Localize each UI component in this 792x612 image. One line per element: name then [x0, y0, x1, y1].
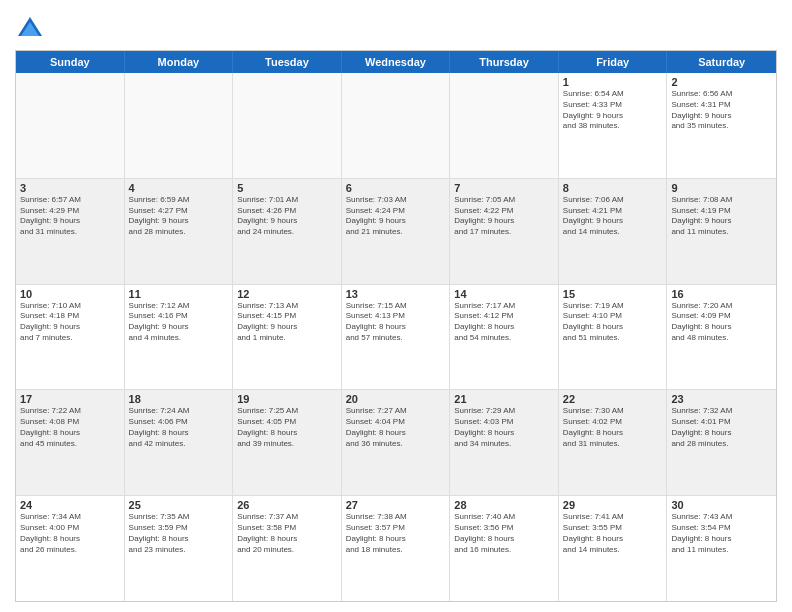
day-number: 18: [129, 393, 229, 405]
cell-info: Sunrise: 7:25 AM Sunset: 4:05 PM Dayligh…: [237, 406, 337, 449]
day-number: 5: [237, 182, 337, 194]
cell-info: Sunrise: 7:13 AM Sunset: 4:15 PM Dayligh…: [237, 301, 337, 344]
calendar-cell: 28Sunrise: 7:40 AM Sunset: 3:56 PM Dayli…: [450, 496, 559, 601]
header-day-wednesday: Wednesday: [342, 51, 451, 73]
day-number: 30: [671, 499, 772, 511]
cell-info: Sunrise: 7:20 AM Sunset: 4:09 PM Dayligh…: [671, 301, 772, 344]
day-number: 11: [129, 288, 229, 300]
calendar-cell: 4Sunrise: 6:59 AM Sunset: 4:27 PM Daylig…: [125, 179, 234, 284]
calendar-cell: [450, 73, 559, 178]
calendar-cell: 17Sunrise: 7:22 AM Sunset: 4:08 PM Dayli…: [16, 390, 125, 495]
calendar-row-1: 3Sunrise: 6:57 AM Sunset: 4:29 PM Daylig…: [16, 179, 776, 285]
calendar-cell: 13Sunrise: 7:15 AM Sunset: 4:13 PM Dayli…: [342, 285, 451, 390]
calendar-cell: 18Sunrise: 7:24 AM Sunset: 4:06 PM Dayli…: [125, 390, 234, 495]
calendar-cell: 16Sunrise: 7:20 AM Sunset: 4:09 PM Dayli…: [667, 285, 776, 390]
calendar-cell: 6Sunrise: 7:03 AM Sunset: 4:24 PM Daylig…: [342, 179, 451, 284]
calendar-cell: 21Sunrise: 7:29 AM Sunset: 4:03 PM Dayli…: [450, 390, 559, 495]
day-number: 23: [671, 393, 772, 405]
calendar-cell: 5Sunrise: 7:01 AM Sunset: 4:26 PM Daylig…: [233, 179, 342, 284]
calendar-cell: 9Sunrise: 7:08 AM Sunset: 4:19 PM Daylig…: [667, 179, 776, 284]
cell-info: Sunrise: 7:41 AM Sunset: 3:55 PM Dayligh…: [563, 512, 663, 555]
cell-info: Sunrise: 7:32 AM Sunset: 4:01 PM Dayligh…: [671, 406, 772, 449]
day-number: 28: [454, 499, 554, 511]
calendar-cell: 2Sunrise: 6:56 AM Sunset: 4:31 PM Daylig…: [667, 73, 776, 178]
calendar-cell: 12Sunrise: 7:13 AM Sunset: 4:15 PM Dayli…: [233, 285, 342, 390]
calendar-cell: 7Sunrise: 7:05 AM Sunset: 4:22 PM Daylig…: [450, 179, 559, 284]
day-number: 17: [20, 393, 120, 405]
day-number: 9: [671, 182, 772, 194]
calendar-cell: 24Sunrise: 7:34 AM Sunset: 4:00 PM Dayli…: [16, 496, 125, 601]
cell-info: Sunrise: 7:15 AM Sunset: 4:13 PM Dayligh…: [346, 301, 446, 344]
cell-info: Sunrise: 6:59 AM Sunset: 4:27 PM Dayligh…: [129, 195, 229, 238]
header-day-saturday: Saturday: [667, 51, 776, 73]
calendar-header: SundayMondayTuesdayWednesdayThursdayFrid…: [16, 51, 776, 73]
cell-info: Sunrise: 7:19 AM Sunset: 4:10 PM Dayligh…: [563, 301, 663, 344]
calendar: SundayMondayTuesdayWednesdayThursdayFrid…: [15, 50, 777, 602]
calendar-cell: 25Sunrise: 7:35 AM Sunset: 3:59 PM Dayli…: [125, 496, 234, 601]
calendar-row-0: 1Sunrise: 6:54 AM Sunset: 4:33 PM Daylig…: [16, 73, 776, 179]
day-number: 6: [346, 182, 446, 194]
calendar-cell: [233, 73, 342, 178]
day-number: 29: [563, 499, 663, 511]
cell-info: Sunrise: 7:35 AM Sunset: 3:59 PM Dayligh…: [129, 512, 229, 555]
day-number: 8: [563, 182, 663, 194]
calendar-cell: 30Sunrise: 7:43 AM Sunset: 3:54 PM Dayli…: [667, 496, 776, 601]
cell-info: Sunrise: 7:43 AM Sunset: 3:54 PM Dayligh…: [671, 512, 772, 555]
day-number: 19: [237, 393, 337, 405]
calendar-row-4: 24Sunrise: 7:34 AM Sunset: 4:00 PM Dayli…: [16, 496, 776, 601]
calendar-cell: 1Sunrise: 6:54 AM Sunset: 4:33 PM Daylig…: [559, 73, 668, 178]
cell-info: Sunrise: 7:06 AM Sunset: 4:21 PM Dayligh…: [563, 195, 663, 238]
calendar-cell: 29Sunrise: 7:41 AM Sunset: 3:55 PM Dayli…: [559, 496, 668, 601]
cell-info: Sunrise: 7:38 AM Sunset: 3:57 PM Dayligh…: [346, 512, 446, 555]
cell-info: Sunrise: 7:17 AM Sunset: 4:12 PM Dayligh…: [454, 301, 554, 344]
cell-info: Sunrise: 7:10 AM Sunset: 4:18 PM Dayligh…: [20, 301, 120, 344]
cell-info: Sunrise: 6:54 AM Sunset: 4:33 PM Dayligh…: [563, 89, 663, 132]
cell-info: Sunrise: 7:29 AM Sunset: 4:03 PM Dayligh…: [454, 406, 554, 449]
calendar-cell: 11Sunrise: 7:12 AM Sunset: 4:16 PM Dayli…: [125, 285, 234, 390]
day-number: 1: [563, 76, 663, 88]
calendar-cell: 15Sunrise: 7:19 AM Sunset: 4:10 PM Dayli…: [559, 285, 668, 390]
day-number: 10: [20, 288, 120, 300]
cell-info: Sunrise: 7:05 AM Sunset: 4:22 PM Dayligh…: [454, 195, 554, 238]
day-number: 7: [454, 182, 554, 194]
day-number: 12: [237, 288, 337, 300]
calendar-cell: 14Sunrise: 7:17 AM Sunset: 4:12 PM Dayli…: [450, 285, 559, 390]
cell-info: Sunrise: 7:01 AM Sunset: 4:26 PM Dayligh…: [237, 195, 337, 238]
calendar-cell: 27Sunrise: 7:38 AM Sunset: 3:57 PM Dayli…: [342, 496, 451, 601]
day-number: 27: [346, 499, 446, 511]
cell-info: Sunrise: 7:30 AM Sunset: 4:02 PM Dayligh…: [563, 406, 663, 449]
day-number: 4: [129, 182, 229, 194]
day-number: 21: [454, 393, 554, 405]
day-number: 25: [129, 499, 229, 511]
day-number: 20: [346, 393, 446, 405]
calendar-body: 1Sunrise: 6:54 AM Sunset: 4:33 PM Daylig…: [16, 73, 776, 601]
day-number: 15: [563, 288, 663, 300]
day-number: 13: [346, 288, 446, 300]
calendar-cell: 3Sunrise: 6:57 AM Sunset: 4:29 PM Daylig…: [16, 179, 125, 284]
header-day-thursday: Thursday: [450, 51, 559, 73]
logo-icon: [15, 14, 45, 44]
calendar-cell: 20Sunrise: 7:27 AM Sunset: 4:04 PM Dayli…: [342, 390, 451, 495]
calendar-row-3: 17Sunrise: 7:22 AM Sunset: 4:08 PM Dayli…: [16, 390, 776, 496]
calendar-cell: 8Sunrise: 7:06 AM Sunset: 4:21 PM Daylig…: [559, 179, 668, 284]
day-number: 3: [20, 182, 120, 194]
cell-info: Sunrise: 7:03 AM Sunset: 4:24 PM Dayligh…: [346, 195, 446, 238]
cell-info: Sunrise: 7:12 AM Sunset: 4:16 PM Dayligh…: [129, 301, 229, 344]
day-number: 14: [454, 288, 554, 300]
day-number: 16: [671, 288, 772, 300]
header-day-tuesday: Tuesday: [233, 51, 342, 73]
calendar-cell: [342, 73, 451, 178]
header: [15, 10, 777, 44]
cell-info: Sunrise: 6:56 AM Sunset: 4:31 PM Dayligh…: [671, 89, 772, 132]
day-number: 26: [237, 499, 337, 511]
cell-info: Sunrise: 7:27 AM Sunset: 4:04 PM Dayligh…: [346, 406, 446, 449]
calendar-cell: [16, 73, 125, 178]
cell-info: Sunrise: 7:37 AM Sunset: 3:58 PM Dayligh…: [237, 512, 337, 555]
cell-info: Sunrise: 7:22 AM Sunset: 4:08 PM Dayligh…: [20, 406, 120, 449]
logo: [15, 14, 48, 44]
calendar-cell: 22Sunrise: 7:30 AM Sunset: 4:02 PM Dayli…: [559, 390, 668, 495]
calendar-cell: 23Sunrise: 7:32 AM Sunset: 4:01 PM Dayli…: [667, 390, 776, 495]
day-number: 2: [671, 76, 772, 88]
day-number: 24: [20, 499, 120, 511]
calendar-cell: 19Sunrise: 7:25 AM Sunset: 4:05 PM Dayli…: [233, 390, 342, 495]
